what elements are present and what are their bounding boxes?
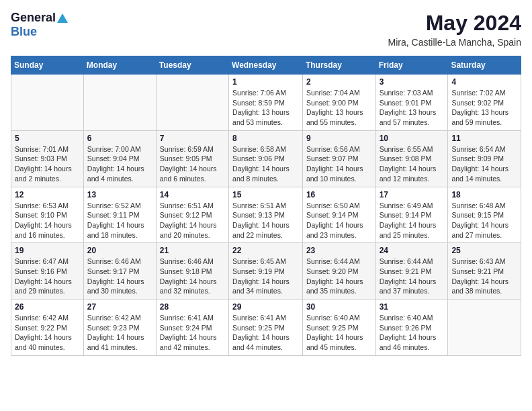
- calendar-cell: 29Sunrise: 6:41 AM Sunset: 9:25 PM Dayli…: [229, 300, 303, 356]
- day-info: Sunrise: 6:44 AM Sunset: 9:21 PM Dayligh…: [380, 257, 445, 296]
- calendar-cell: 3Sunrise: 7:03 AM Sunset: 9:01 PM Daylig…: [375, 75, 448, 131]
- day-info: Sunrise: 6:42 AM Sunset: 9:23 PM Dayligh…: [87, 313, 152, 353]
- title-section: May 2024 Mira, Castille-La Mancha, Spain: [388, 11, 521, 48]
- day-number: 23: [306, 246, 372, 255]
- calendar-cell: 2Sunrise: 7:04 AM Sunset: 9:00 PM Daylig…: [302, 75, 375, 131]
- day-number: 7: [160, 134, 225, 143]
- header-tuesday: Tuesday: [156, 56, 228, 75]
- day-info: Sunrise: 6:58 AM Sunset: 9:06 PM Dayligh…: [232, 144, 299, 184]
- day-number: 24: [380, 246, 445, 255]
- day-info: Sunrise: 6:59 AM Sunset: 9:05 PM Dayligh…: [160, 144, 225, 184]
- day-info: Sunrise: 6:54 AM Sunset: 9:09 PM Dayligh…: [451, 144, 517, 184]
- logo-triangle-icon: [57, 13, 68, 23]
- calendar-cell: 12Sunrise: 6:53 AM Sunset: 9:10 PM Dayli…: [11, 187, 84, 243]
- day-info: Sunrise: 7:04 AM Sunset: 9:00 PM Dayligh…: [306, 88, 372, 128]
- day-number: 21: [160, 246, 225, 255]
- day-number: 5: [15, 134, 80, 143]
- day-number: 13: [87, 190, 152, 199]
- calendar-cell: 10Sunrise: 6:55 AM Sunset: 9:08 PM Dayli…: [375, 130, 448, 187]
- day-info: Sunrise: 6:48 AM Sunset: 9:15 PM Dayligh…: [451, 201, 517, 240]
- day-info: Sunrise: 7:01 AM Sunset: 9:03 PM Dayligh…: [15, 144, 80, 184]
- calendar-cell: 8Sunrise: 6:58 AM Sunset: 9:06 PM Daylig…: [229, 130, 303, 187]
- day-number: 12: [15, 190, 80, 199]
- day-info: Sunrise: 6:45 AM Sunset: 9:19 PM Dayligh…: [232, 257, 299, 296]
- day-info: Sunrise: 6:52 AM Sunset: 9:11 PM Dayligh…: [87, 201, 152, 240]
- day-number: 3: [380, 77, 445, 87]
- header-saturday: Saturday: [448, 56, 521, 75]
- calendar-week-2: 5Sunrise: 7:01 AM Sunset: 9:03 PM Daylig…: [11, 130, 521, 187]
- calendar-cell: 4Sunrise: 7:02 AM Sunset: 9:02 PM Daylig…: [448, 75, 521, 131]
- day-info: Sunrise: 6:42 AM Sunset: 9:22 PM Dayligh…: [15, 313, 80, 353]
- day-info: Sunrise: 7:06 AM Sunset: 8:59 PM Dayligh…: [232, 88, 299, 128]
- day-info: Sunrise: 6:55 AM Sunset: 9:08 PM Dayligh…: [380, 144, 445, 184]
- day-number: 25: [451, 246, 517, 255]
- logo-general-text: General: [11, 11, 56, 25]
- day-info: Sunrise: 6:41 AM Sunset: 9:24 PM Dayligh…: [160, 313, 225, 353]
- day-number: 16: [306, 190, 372, 199]
- calendar-body: 1Sunrise: 7:06 AM Sunset: 8:59 PM Daylig…: [11, 75, 521, 356]
- day-number: 14: [160, 190, 225, 199]
- month-year-title: May 2024: [388, 11, 521, 36]
- calendar-cell: 25Sunrise: 6:43 AM Sunset: 9:21 PM Dayli…: [448, 243, 521, 300]
- day-info: Sunrise: 6:46 AM Sunset: 9:18 PM Dayligh…: [160, 257, 225, 296]
- day-number: 11: [451, 134, 517, 143]
- calendar-cell: 30Sunrise: 6:40 AM Sunset: 9:25 PM Dayli…: [302, 300, 375, 356]
- day-number: 9: [306, 134, 372, 143]
- calendar-cell: 23Sunrise: 6:44 AM Sunset: 9:20 PM Dayli…: [302, 243, 375, 300]
- day-number: 27: [87, 302, 152, 312]
- calendar-cell: 28Sunrise: 6:41 AM Sunset: 9:24 PM Dayli…: [156, 300, 228, 356]
- calendar-cell: 13Sunrise: 6:52 AM Sunset: 9:11 PM Dayli…: [83, 187, 156, 243]
- day-info: Sunrise: 6:56 AM Sunset: 9:07 PM Dayligh…: [306, 144, 372, 184]
- calendar-cell: 16Sunrise: 6:50 AM Sunset: 9:14 PM Dayli…: [302, 187, 375, 243]
- calendar-week-1: 1Sunrise: 7:06 AM Sunset: 8:59 PM Daylig…: [11, 75, 521, 131]
- day-number: 6: [87, 134, 152, 143]
- day-info: Sunrise: 6:50 AM Sunset: 9:14 PM Dayligh…: [306, 201, 372, 240]
- day-info: Sunrise: 6:43 AM Sunset: 9:21 PM Dayligh…: [451, 257, 517, 296]
- calendar-cell: 9Sunrise: 6:56 AM Sunset: 9:07 PM Daylig…: [302, 130, 375, 187]
- day-number: 20: [87, 246, 152, 255]
- day-number: 10: [380, 134, 445, 143]
- calendar-cell: 26Sunrise: 6:42 AM Sunset: 9:22 PM Dayli…: [11, 300, 84, 356]
- header-monday: Monday: [83, 56, 156, 75]
- calendar-cell: [156, 75, 228, 131]
- header-friday: Friday: [375, 56, 448, 75]
- calendar-cell: 22Sunrise: 6:45 AM Sunset: 9:19 PM Dayli…: [229, 243, 303, 300]
- day-info: Sunrise: 6:53 AM Sunset: 9:10 PM Dayligh…: [15, 201, 80, 240]
- day-info: Sunrise: 7:03 AM Sunset: 9:01 PM Dayligh…: [380, 88, 445, 128]
- calendar-cell: 15Sunrise: 6:51 AM Sunset: 9:13 PM Dayli…: [229, 187, 303, 243]
- calendar-cell: 31Sunrise: 6:40 AM Sunset: 9:26 PM Dayli…: [375, 300, 448, 356]
- calendar-week-3: 12Sunrise: 6:53 AM Sunset: 9:10 PM Dayli…: [11, 187, 521, 243]
- header-sunday: Sunday: [11, 56, 84, 75]
- calendar-cell: 19Sunrise: 6:47 AM Sunset: 9:16 PM Dayli…: [11, 243, 84, 300]
- day-info: Sunrise: 6:44 AM Sunset: 9:20 PM Dayligh…: [306, 257, 372, 296]
- day-number: 8: [232, 134, 299, 143]
- day-info: Sunrise: 6:41 AM Sunset: 9:25 PM Dayligh…: [232, 313, 299, 353]
- day-info: Sunrise: 6:51 AM Sunset: 9:13 PM Dayligh…: [232, 201, 299, 240]
- calendar-week-5: 26Sunrise: 6:42 AM Sunset: 9:22 PM Dayli…: [11, 300, 521, 356]
- day-info: Sunrise: 6:40 AM Sunset: 9:26 PM Dayligh…: [380, 313, 445, 353]
- calendar-cell: [83, 75, 156, 131]
- calendar-cell: 1Sunrise: 7:06 AM Sunset: 8:59 PM Daylig…: [229, 75, 303, 131]
- calendar-cell: 5Sunrise: 7:01 AM Sunset: 9:03 PM Daylig…: [11, 130, 84, 187]
- day-info: Sunrise: 6:40 AM Sunset: 9:25 PM Dayligh…: [306, 313, 372, 353]
- day-number: 1: [232, 77, 299, 87]
- location-subtitle: Mira, Castille-La Mancha, Spain: [388, 37, 521, 48]
- day-number: 15: [232, 190, 299, 199]
- day-number: 29: [232, 302, 299, 312]
- calendar-cell: [11, 75, 84, 131]
- day-number: 17: [380, 190, 445, 199]
- day-number: 2: [306, 77, 372, 87]
- calendar-cell: 17Sunrise: 6:49 AM Sunset: 9:14 PM Dayli…: [375, 187, 448, 243]
- logo: General Blue: [11, 11, 68, 39]
- calendar-table: SundayMondayTuesdayWednesdayThursdayFrid…: [11, 56, 521, 356]
- page-header: General Blue May 2024 Mira, Castille-La …: [11, 11, 521, 48]
- calendar-cell: 21Sunrise: 6:46 AM Sunset: 9:18 PM Dayli…: [156, 243, 228, 300]
- day-info: Sunrise: 7:02 AM Sunset: 9:02 PM Dayligh…: [451, 88, 517, 128]
- header-thursday: Thursday: [302, 56, 375, 75]
- header-wednesday: Wednesday: [229, 56, 303, 75]
- day-number: 4: [451, 77, 517, 87]
- day-info: Sunrise: 6:49 AM Sunset: 9:14 PM Dayligh…: [380, 201, 445, 240]
- calendar-header-row: SundayMondayTuesdayWednesdayThursdayFrid…: [11, 56, 521, 75]
- calendar-cell: 11Sunrise: 6:54 AM Sunset: 9:09 PM Dayli…: [448, 130, 521, 187]
- day-number: 18: [451, 190, 517, 199]
